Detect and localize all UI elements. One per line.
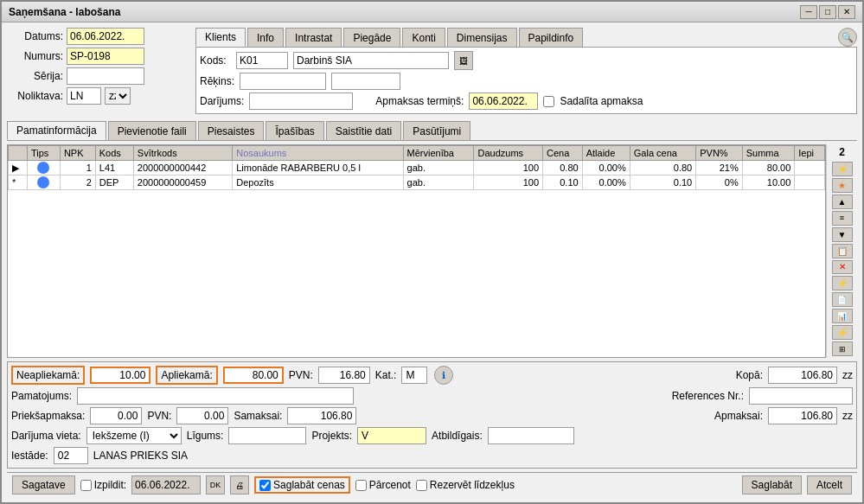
apmaksas-input[interactable] bbox=[469, 93, 538, 110]
tb-btn-list[interactable]: ≡ bbox=[832, 211, 853, 226]
parcenot-checkbox[interactable] bbox=[355, 480, 367, 491]
prieksamaksa-input[interactable] bbox=[90, 407, 142, 424]
table-wrapper[interactable]: Tips NPK Kods Svītrkods Nosaukums Mērvie… bbox=[7, 144, 826, 358]
summary-row4: Darījuma vieta: Iekšzeme (I) Līgums: Pro… bbox=[11, 427, 853, 444]
info-icon[interactable]: ℹ bbox=[434, 366, 453, 385]
row1-pvn: 21% bbox=[696, 161, 743, 175]
tab-pasutijumi[interactable]: Pasūtījumi bbox=[403, 121, 470, 140]
sadalita-checkbox[interactable] bbox=[543, 96, 554, 107]
tab-ipasibas[interactable]: Īpašības bbox=[266, 121, 323, 140]
tab-papildinfo[interactable]: Papildinfo bbox=[519, 28, 584, 47]
tb-btn-table[interactable]: 📊 bbox=[832, 309, 853, 323]
print-icon[interactable]: 🖨 bbox=[230, 475, 249, 494]
apliekam-input[interactable] bbox=[223, 367, 284, 384]
tb-btn-copy[interactable]: 📋 bbox=[832, 244, 853, 258]
pvn2-input[interactable] bbox=[176, 407, 228, 424]
tab-intrastat[interactable]: Intrastat bbox=[285, 28, 342, 47]
atbild-input[interactable] bbox=[488, 427, 574, 444]
klients-tab-row: Klients Info Intrastat Piegāde Konti Dim… bbox=[195, 28, 857, 48]
reksins-input2[interactable] bbox=[331, 73, 400, 90]
data-table: Tips NPK Kods Svītrkods Nosaukums Mērvie… bbox=[8, 145, 825, 190]
serija-label: Sērija: bbox=[7, 70, 63, 82]
tab-pamatinformacija[interactable]: Pamatinformācija bbox=[7, 121, 106, 140]
maximize-button[interactable]: □ bbox=[819, 5, 836, 19]
kods-label: Kods: bbox=[200, 54, 231, 67]
tab-pievienotie-faili[interactable]: Pievienotie faili bbox=[108, 121, 196, 140]
apmaksai-input[interactable] bbox=[768, 407, 837, 424]
references-input[interactable] bbox=[749, 387, 853, 405]
pvn-label: PVN: bbox=[289, 369, 313, 381]
saglabat-button[interactable]: Saglabāt bbox=[742, 475, 802, 494]
proj-input[interactable] bbox=[357, 427, 426, 444]
row2-summa: 10.00 bbox=[742, 175, 795, 190]
atcelt-button[interactable]: Atcelt bbox=[807, 475, 852, 494]
nosaukums-input[interactable] bbox=[293, 52, 449, 69]
tb-btn-lightning3[interactable]: ⚡ bbox=[832, 325, 853, 340]
neapliekam-input[interactable] bbox=[90, 367, 150, 384]
atbild-label: Atbildīgais: bbox=[432, 430, 483, 442]
pvn-input[interactable] bbox=[318, 367, 370, 384]
col-summa: Summa bbox=[742, 146, 795, 161]
darijums-input[interactable] bbox=[249, 93, 353, 110]
tab-konti[interactable]: Konti bbox=[402, 28, 445, 47]
klients-icon-btn[interactable]: 🖼 bbox=[454, 51, 473, 70]
tb-btn-lightning2[interactable]: ⚡ bbox=[832, 276, 853, 290]
tb-btn-lightning-red[interactable]: ⚡ bbox=[832, 162, 853, 176]
right-toolbar: 2 ⚡ ★ ▲ ≡ ▼ 📋 ✕ ⚡ 📄 📊 ⚡ ⊞ bbox=[826, 144, 857, 358]
neapliekam-label: Neapliekamā: bbox=[11, 366, 85, 385]
tab-klients[interactable]: Klients bbox=[195, 28, 246, 47]
datums-input[interactable] bbox=[67, 28, 144, 45]
close-button[interactable]: ✕ bbox=[838, 5, 855, 19]
row2-gala-cena: 0.10 bbox=[630, 175, 695, 190]
row1-selector: ▶ bbox=[9, 161, 28, 175]
noliktava-select[interactable]: zz bbox=[105, 87, 131, 105]
lig-input[interactable] bbox=[228, 427, 306, 444]
row1-npk: 1 bbox=[60, 161, 95, 175]
darvieta-select[interactable]: Iekšzeme (I) bbox=[86, 427, 182, 444]
izpildit-wrap: Izpildit: bbox=[80, 479, 126, 491]
rezervet-checkbox[interactable] bbox=[416, 480, 427, 491]
numurs-row: Numurs: bbox=[7, 48, 189, 65]
tb-btn-up[interactable]: ▲ bbox=[832, 195, 853, 209]
iestade-input[interactable] bbox=[54, 447, 88, 464]
tb-btn-doc[interactable]: 📄 bbox=[832, 292, 853, 307]
izp-date-input[interactable] bbox=[131, 475, 201, 494]
tb-btn-star[interactable]: ★ bbox=[832, 178, 853, 193]
tab-info[interactable]: Info bbox=[247, 28, 284, 47]
search-icon[interactable]: 🔍 bbox=[838, 28, 857, 47]
status-bar: Sagatave Izpildit: DK 🖨 Saglabāt cenas P… bbox=[7, 472, 857, 497]
dk-button[interactable]: DK bbox=[206, 475, 225, 494]
saglabat-cenas-checkbox[interactable] bbox=[259, 480, 271, 491]
table-row[interactable]: * 2 DEP 2000000000459 Depozīts gab. 100 … bbox=[9, 175, 825, 190]
samaksai-input[interactable] bbox=[287, 407, 356, 424]
col-iepi: Iepi bbox=[795, 146, 825, 161]
reksins-input[interactable] bbox=[240, 73, 326, 90]
noliktava-input[interactable] bbox=[67, 87, 101, 105]
sagatave-button[interactable]: Sagatave bbox=[12, 475, 75, 494]
minimize-button[interactable]: ─ bbox=[800, 5, 817, 19]
darijums-label: Darījums: bbox=[200, 95, 244, 107]
col-daudzums: Daudzums bbox=[474, 146, 543, 161]
kods-input[interactable] bbox=[236, 52, 288, 69]
tab-dimensijas[interactable]: Dimensijas bbox=[447, 28, 517, 47]
tab-piesaistes[interactable]: Piesaistes bbox=[198, 121, 265, 140]
tb-btn-down-arrow[interactable]: ▼ bbox=[832, 227, 853, 242]
kat-input[interactable] bbox=[401, 367, 427, 384]
row1-daudzums: 100 bbox=[474, 161, 543, 175]
summary-row3: Priekšapmaksa: PVN: Samaksai: Apmaksai: … bbox=[11, 407, 853, 424]
table-row[interactable]: ▶ 1 L41 2000000000442 Limonāde RABARBERU… bbox=[9, 161, 825, 175]
row2-npk: 2 bbox=[60, 175, 95, 190]
bottom-summary: Neapliekamā: Apliekamā: PVN: Kat.: ℹ Kop… bbox=[7, 361, 857, 469]
tab-saistite-dati[interactable]: Saistītie dati bbox=[326, 121, 401, 140]
serija-input[interactable] bbox=[67, 67, 144, 85]
izpildit-checkbox[interactable] bbox=[80, 480, 92, 491]
tb-btn-grid[interactable]: ⊞ bbox=[832, 341, 853, 356]
summary-row1: Neapliekamā: Apliekamā: PVN: Kat.: ℹ Kop… bbox=[11, 366, 853, 385]
tab-piegade[interactable]: Piegāde bbox=[343, 28, 400, 47]
pamatojums-input[interactable] bbox=[77, 387, 354, 405]
table-area: Tips NPK Kods Svītrkods Nosaukums Mērvie… bbox=[7, 144, 857, 358]
numurs-input[interactable] bbox=[67, 48, 144, 65]
tb-btn-delete[interactable]: ✕ bbox=[832, 260, 853, 275]
sadalita-label: Sadalīta apmaksa bbox=[560, 95, 643, 107]
kopa-input[interactable] bbox=[768, 367, 837, 384]
